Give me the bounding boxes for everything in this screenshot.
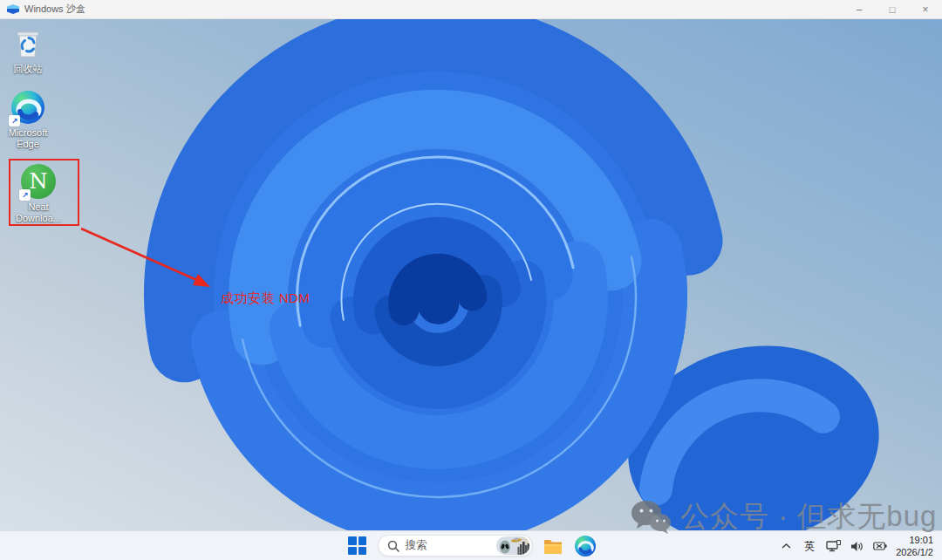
edge-icon [575,536,596,557]
network-icon[interactable] [825,535,841,557]
desktop-icon-recycle-bin[interactable]: 回收站 [0,26,56,75]
annotation-highlight-box [9,159,79,226]
search-icon [387,540,399,552]
file-explorer-button[interactable] [541,534,565,558]
battery-icon[interactable] [872,535,888,557]
bloom-wallpaper [0,19,942,530]
search-box[interactable]: 搜索 [378,535,533,557]
search-daily-image [496,536,529,555]
close-button[interactable]: × [909,0,942,19]
system-tray: 英 [778,531,937,560]
icon-label: 回收站 [14,64,43,75]
start-button[interactable] [345,534,370,558]
hidden-icons-chevron[interactable] [778,535,794,557]
maximize-button[interactable]: □ [876,0,909,19]
windows-logo-icon [348,536,366,555]
shortcut-arrow-icon: ↗ [9,115,20,126]
clock[interactable]: 19:01 2026/1/2 [896,534,937,559]
desktop: 回收站 ↗ Microsoft Edge N ↗ [0,19,942,530]
minimize-button[interactable]: – [843,0,876,19]
titlebar: Windows 沙盒 – □ × [0,0,942,19]
tray-date: 2026/1/2 [896,546,933,558]
tray-time: 19:01 [896,534,933,546]
edge-taskbar-button[interactable] [573,534,597,558]
volume-icon[interactable] [849,535,864,557]
search-placeholder: 搜索 [406,538,496,553]
window-title: Windows 沙盒 [24,3,85,16]
taskbar: 搜索 [0,530,942,560]
language-indicator[interactable]: 英 [802,535,817,557]
icon-label: Microsoft Edge [0,127,56,149]
annotation-text: 成功安装 NDM [221,290,310,307]
folder-icon [543,537,563,555]
windows-sandbox-window: Windows 沙盒 – □ × [0,0,942,560]
recycle-bin-icon [11,27,44,60]
desktop-icon-microsoft-edge[interactable]: ↗ Microsoft Edge [0,90,56,149]
windows-sandbox-icon [7,4,19,14]
